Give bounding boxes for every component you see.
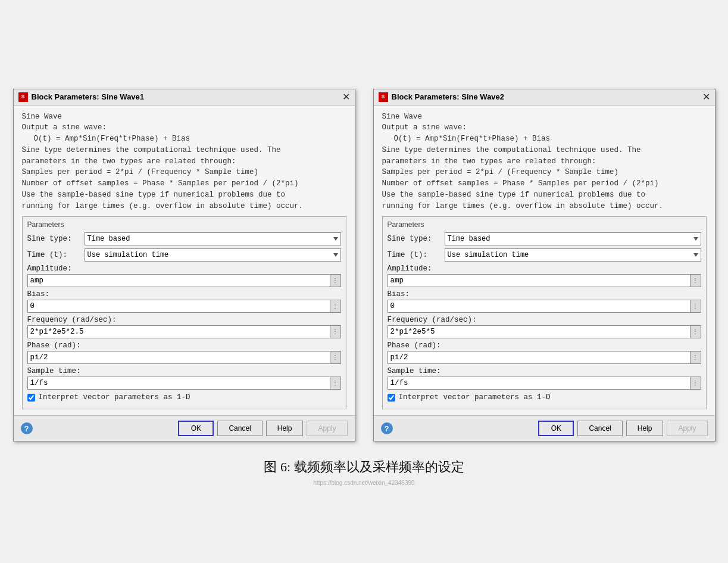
close-button-2[interactable]: ✕ [702, 92, 710, 102]
phase-btn-1[interactable]: ⋮ [330, 351, 341, 364]
figure-caption: 图 6: 载频频率以及采样频率的设定 [264, 458, 464, 476]
frequency-label-2: Frequency (rad/sec): [388, 316, 701, 324]
sine-type-label-1: Sine type: [27, 235, 81, 243]
bias-section-2: Bias: ⋮ [388, 290, 701, 313]
desc-line5-2: Number of offset samples = Phase * Sampl… [382, 178, 707, 189]
dialog-title-2: Block Parameters: Sine Wave2 [392, 92, 505, 101]
phase-btn-2[interactable]: ⋮ [690, 351, 701, 364]
phase-row-1: ⋮ [27, 351, 341, 364]
sample-label-1: Sample time: [27, 367, 341, 375]
sample-btn-1[interactable]: ⋮ [330, 377, 341, 390]
close-button-1[interactable]: ✕ [342, 92, 350, 102]
frequency-label-1: Frequency (rad/sec): [27, 316, 341, 324]
bias-input-2[interactable] [388, 300, 690, 313]
phase-label-1: Phase (rad): [27, 341, 341, 350]
ok-button-2[interactable]: OK [538, 421, 574, 436]
sample-section-2: Sample time: ⋮ [388, 367, 701, 390]
title-icon-1: S [18, 92, 28, 102]
amplitude-row-2: ⋮ [388, 274, 701, 287]
frequency-btn-2[interactable]: ⋮ [690, 325, 701, 338]
sample-row-1: ⋮ [27, 377, 341, 390]
dialog-sine-wave2: S Block Parameters: Sine Wave2 ✕ Sine Wa… [373, 89, 715, 442]
sine-type-select-1[interactable]: Time based [85, 232, 341, 245]
frequency-row-2: ⋮ [388, 325, 701, 338]
params-section-1: Parameters Sine type: Time based Time (t… [22, 216, 346, 409]
phase-label-2: Phase (rad): [388, 341, 701, 350]
phase-section-2: Phase (rad): ⋮ [388, 341, 701, 364]
dialog-body-2: Sine Wave Output a sine wave: O(t) = Amp… [374, 105, 715, 416]
amplitude-btn-1[interactable]: ⋮ [330, 274, 341, 287]
bias-input-1[interactable] [27, 300, 330, 313]
amplitude-section-2: Amplitude: ⋮ [388, 265, 701, 287]
bias-section-1: Bias: ⋮ [27, 290, 341, 313]
amplitude-label-1: Amplitude: [27, 265, 341, 273]
bias-btn-1[interactable]: ⋮ [330, 300, 341, 313]
desc-line6-1: Use the sample-based sine type if numeri… [22, 189, 346, 201]
frequency-btn-1[interactable]: ⋮ [330, 325, 341, 338]
frequency-input-1[interactable] [27, 325, 330, 338]
desc-line4-1: Samples per period = 2*pi / (Frequency *… [22, 167, 346, 178]
sine-type-select-2[interactable]: Time based [445, 232, 701, 245]
apply-button-1: Apply [307, 421, 347, 436]
amplitude-btn-2[interactable]: ⋮ [690, 274, 701, 287]
time-label-2: Time (t): [388, 251, 441, 259]
description-2: Sine Wave Output a sine wave: O(t) = Amp… [382, 111, 707, 212]
desc-line7-2: running for large times (e.g. overflow i… [382, 201, 707, 212]
sample-input-1[interactable] [27, 377, 330, 390]
titlebar-left-2: S Block Parameters: Sine Wave2 [379, 92, 505, 102]
titlebar-1: S Block Parameters: Sine Wave1 ✕ [14, 89, 355, 105]
params-label-1: Parameters [27, 220, 341, 229]
params-label-2: Parameters [388, 220, 701, 229]
amplitude-row-1: ⋮ [27, 274, 341, 287]
title-icon-2: S [379, 92, 388, 102]
footer-buttons-2: OK Cancel Help Apply [538, 421, 707, 436]
amplitude-input-2[interactable] [388, 274, 690, 287]
amplitude-input-1[interactable] [27, 274, 330, 287]
time-row-1: Time (t): Use simulation time [27, 248, 341, 262]
amplitude-section-1: Amplitude: ⋮ [27, 265, 341, 287]
formula-2: O(t) = Amp*Sin(Freq*t+Phase) + Bias [394, 133, 707, 145]
sine-type-row-2: Sine type: Time based [388, 232, 701, 245]
dialog-footer-1: ? OK Cancel Help Apply [14, 415, 355, 441]
desc-line7-1: running for large times (e.g. overflow i… [22, 201, 346, 212]
help-button-1[interactable]: Help [266, 421, 304, 436]
time-select-1[interactable]: Use simulation time [85, 248, 341, 262]
checkbox-row-2: Interpret vector parameters as 1-D [388, 393, 701, 402]
vector-checkbox-2[interactable] [388, 394, 395, 402]
time-select-2[interactable]: Use simulation time [445, 248, 701, 262]
sample-section-1: Sample time: ⋮ [27, 367, 341, 390]
help-icon-2[interactable]: ? [381, 422, 393, 434]
help-button-2[interactable]: Help [626, 421, 664, 436]
sample-btn-2[interactable]: ⋮ [690, 377, 701, 390]
watermark: https://blog.csdn.net/weixin_42346390 [313, 480, 414, 486]
params-section-2: Parameters Sine type: Time based Time (t… [382, 216, 707, 409]
desc-line5-1: Number of offset samples = Phase * Sampl… [22, 178, 346, 189]
checkbox-row-1: Interpret vector parameters as 1-D [27, 393, 341, 402]
titlebar-left-1: S Block Parameters: Sine Wave1 [18, 92, 145, 102]
dialog-sine-wave1: S Block Parameters: Sine Wave1 ✕ Sine Wa… [13, 89, 355, 442]
dialog-title-1: Block Parameters: Sine Wave1 [32, 92, 145, 101]
desc-line1-1: Output a sine wave: [22, 122, 346, 133]
desc-line6-2: Use the sample-based sine type if numeri… [382, 189, 707, 201]
formula-1: O(t) = Amp*Sin(Freq*t+Phase) + Bias [34, 133, 346, 145]
sample-label-2: Sample time: [388, 367, 701, 375]
frequency-input-2[interactable] [388, 325, 690, 338]
help-icon-1[interactable]: ? [21, 422, 33, 434]
type-label-1: Sine Wave [22, 111, 346, 123]
phase-input-2[interactable] [388, 351, 690, 364]
sample-row-2: ⋮ [388, 377, 701, 390]
bias-btn-2[interactable]: ⋮ [690, 300, 701, 313]
dialog-footer-2: ? OK Cancel Help Apply [374, 415, 715, 441]
apply-button-2: Apply [667, 421, 707, 436]
bias-row-1: ⋮ [27, 300, 341, 313]
cancel-button-2[interactable]: Cancel [577, 421, 622, 436]
ok-button-1[interactable]: OK [178, 421, 214, 436]
sine-type-label-2: Sine type: [388, 235, 441, 243]
bias-label-1: Bias: [27, 290, 341, 298]
cancel-button-1[interactable]: Cancel [217, 421, 262, 436]
sample-input-2[interactable] [388, 377, 690, 390]
dialogs-container: S Block Parameters: Sine Wave1 ✕ Sine Wa… [1, 71, 727, 448]
vector-checkbox-1[interactable] [27, 394, 35, 402]
phase-input-1[interactable] [27, 351, 330, 364]
frequency-section-2: Frequency (rad/sec): ⋮ [388, 316, 701, 338]
